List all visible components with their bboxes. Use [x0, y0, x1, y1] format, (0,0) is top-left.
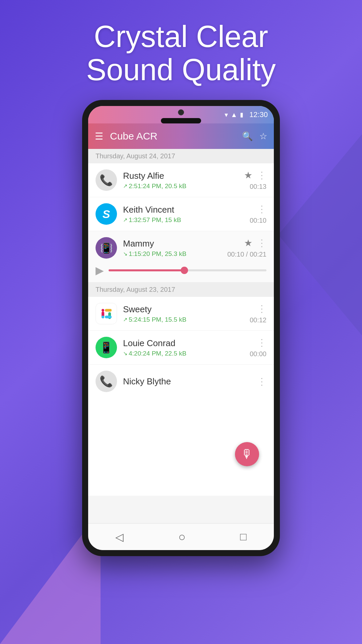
direction-icon-mammy: ↘: [123, 251, 127, 257]
recording-info-rusty-alfie: Rusty Alfie ↗ 2:51:24 PM, 20.5 kB: [123, 171, 244, 190]
date-separator-2: Thursday, August 23, 2017: [88, 282, 274, 297]
progress-fill-mammy: [109, 269, 184, 271]
whatsapp-icon: 📱: [100, 341, 113, 354]
avatar-keith-vincent: S: [96, 203, 117, 225]
recording-right-nicky-blythe: ⋮: [257, 376, 266, 387]
recording-actions-mammy: ★ ⋮: [244, 237, 266, 249]
recording-name-mammy: Mammy: [123, 238, 225, 249]
recording-name-rusty-alfie: Rusty Alfie: [123, 171, 244, 181]
recording-info-keith-vincent: Keith Vincent ↗ 1:32:57 PM, 15 kB: [123, 205, 247, 224]
recents-button[interactable]: □: [240, 531, 246, 543]
recording-item-keith-vincent[interactable]: S Keith Vincent ↗ 1:32:57 PM, 15 kB ⋮: [88, 197, 274, 231]
slack-logo-icon: [98, 306, 114, 322]
battery-icon: ▮: [240, 111, 243, 118]
recording-actions-nicky-blythe: ⋮: [257, 376, 266, 387]
more-button-louie-conrad[interactable]: ⋮: [257, 337, 266, 348]
phone-body: ▾ ▲ ▮ 12:30 ☰ Cube ACR 🔍 ☆: [82, 100, 280, 556]
phone-screen: ▾ ▲ ▮ 12:30 ☰ Cube ACR 🔍 ☆: [88, 106, 274, 550]
viber-icon: 📳: [100, 242, 113, 254]
recording-info-nicky-blythe: Nicky Blythe: [123, 376, 257, 387]
direction-icon-rusty-alfie: ↗: [123, 183, 127, 189]
recording-meta-keith-vincent: ↗ 1:32:57 PM, 15 kB: [123, 216, 247, 224]
app-bar: ☰ Cube ACR 🔍 ☆: [88, 123, 274, 149]
recording-meta-sweety: ↗ 5:24:15 PM, 15.5 kB: [123, 316, 247, 323]
phone-avatar-icon: 📞: [100, 174, 113, 186]
search-button[interactable]: 🔍: [242, 131, 253, 142]
recording-info-louie-conrad: Louie Conrad ↘ 4:20:24 PM, 22.5 kB: [123, 338, 247, 357]
phone-avatar-icon-nicky: 📞: [100, 375, 113, 388]
menu-button[interactable]: ☰: [95, 131, 103, 142]
recording-item-rusty-alfie[interactable]: 📞 Rusty Alfie ↗ 2:51:24 PM, 20.5 kB ★ ⋮: [88, 163, 274, 197]
star-filter-button[interactable]: ☆: [259, 131, 267, 142]
back-button[interactable]: ◁: [115, 531, 124, 543]
phone-top-bar: [161, 109, 201, 123]
avatar-sweety: [96, 303, 117, 324]
status-time: 12:30: [249, 110, 268, 119]
recording-item-sweety[interactable]: Sweety ↗ 5:24:15 PM, 15.5 kB ⋮ 00:12: [88, 297, 274, 331]
svg-rect-4: [105, 316, 112, 318]
phone-camera: [178, 109, 184, 115]
recording-name-nicky-blythe: Nicky Blythe: [123, 376, 257, 387]
recording-duration-keith-vincent: 00:10: [250, 217, 266, 224]
recording-meta-mammy: ↘ 1:15:20 PM, 25.3 kB: [123, 250, 225, 258]
recording-actions-louie-conrad: ⋮: [257, 337, 266, 348]
skype-icon: S: [103, 208, 110, 221]
hero-line2: Sound Quality: [86, 53, 276, 87]
svg-rect-1: [102, 309, 104, 312]
recording-meta-rusty-alfie: ↗ 2:51:24 PM, 20.5 kB: [123, 182, 244, 190]
recording-duration-louie-conrad: 00:00: [250, 350, 266, 358]
recording-item-louie-conrad[interactable]: 📱 Louie Conrad ↘ 4:20:24 PM, 22.5 kB ⋮: [88, 331, 274, 365]
more-button-mammy[interactable]: ⋮: [257, 237, 266, 249]
wifi-icon: ▾: [225, 111, 228, 119]
direction-icon-louie: ↘: [123, 350, 127, 357]
recording-right-mammy: ★ ⋮ 00:10 / 00:21: [225, 237, 266, 258]
app-title: Cube ACR: [110, 130, 242, 142]
direction-icon-keith: ↗: [123, 217, 127, 223]
recording-name-louie-conrad: Louie Conrad: [123, 338, 247, 348]
recording-duration-sweety: 00:12: [250, 316, 266, 324]
recording-actions-rusty-alfie: ★ ⋮: [244, 170, 266, 181]
star-button-mammy[interactable]: ★: [244, 237, 252, 249]
date-separator-1: Thursday, August 24, 2017: [88, 149, 274, 163]
status-icons: ▾ ▲ ▮ 12:30: [225, 110, 268, 119]
progress-bar-mammy[interactable]: [109, 269, 266, 271]
recording-item-mammy[interactable]: 📳 Mammy ↘ 1:15:20 PM, 25.3 kB ★ ⋮: [88, 231, 274, 282]
avatar-mammy: 📳: [96, 237, 117, 259]
mic-icon: 🎙: [241, 447, 253, 461]
recording-info-mammy: Mammy ↘ 1:15:20 PM, 25.3 kB: [123, 238, 225, 258]
recording-meta-louie-conrad: ↘ 4:20:24 PM, 22.5 kB: [123, 350, 247, 357]
navigation-bar: ◁ ○ □: [88, 523, 274, 550]
play-button-mammy[interactable]: ▶: [96, 264, 104, 277]
more-button-rusty-alfie[interactable]: ⋮: [257, 170, 266, 181]
recording-actions-sweety: ⋮: [257, 303, 266, 314]
more-button-keith-vincent[interactable]: ⋮: [257, 204, 266, 215]
home-button[interactable]: ○: [178, 530, 186, 544]
progress-thumb-mammy[interactable]: [181, 267, 188, 274]
recording-duration-mammy: 00:10 / 00:21: [227, 251, 266, 258]
phone-speaker: [161, 118, 201, 123]
recording-info-sweety: Sweety ↗ 5:24:15 PM, 15.5 kB: [123, 304, 247, 323]
svg-rect-5: [102, 316, 104, 318]
hero-line1: Crystal Clear: [94, 20, 268, 53]
signal-icon: ▲: [231, 111, 237, 119]
direction-icon-sweety: ↗: [123, 316, 127, 323]
fab-record-button[interactable]: 🎙: [235, 442, 259, 466]
avatar-rusty-alfie: 📞: [96, 169, 117, 191]
recording-item-nicky-blythe[interactable]: 📞 Nicky Blythe ⋮: [88, 365, 274, 398]
recording-right-sweety: ⋮ 00:12: [247, 303, 266, 324]
recording-actions-keith-vincent: ⋮: [257, 204, 266, 215]
hero-section: Crystal Clear Sound Quality: [0, 0, 362, 100]
recording-name-sweety: Sweety: [123, 304, 247, 315]
avatar-nicky-blythe: 📞: [96, 371, 117, 392]
app-bar-actions: 🔍 ☆: [242, 131, 267, 142]
recording-right-rusty-alfie: ★ ⋮ 00:13: [244, 170, 266, 191]
more-button-sweety[interactable]: ⋮: [257, 303, 266, 314]
recording-duration-rusty-alfie: 00:13: [250, 183, 266, 191]
audio-player-mammy: ▶: [96, 261, 266, 278]
recording-right-louie-conrad: ⋮ 00:00: [247, 337, 266, 358]
avatar-louie-conrad: 📱: [96, 337, 117, 358]
recording-right-keith-vincent: ⋮ 00:10: [247, 204, 266, 224]
recording-name-keith-vincent: Keith Vincent: [123, 205, 247, 215]
star-button-rusty-alfie[interactable]: ★: [244, 170, 252, 181]
more-button-nicky-blythe[interactable]: ⋮: [257, 376, 266, 387]
